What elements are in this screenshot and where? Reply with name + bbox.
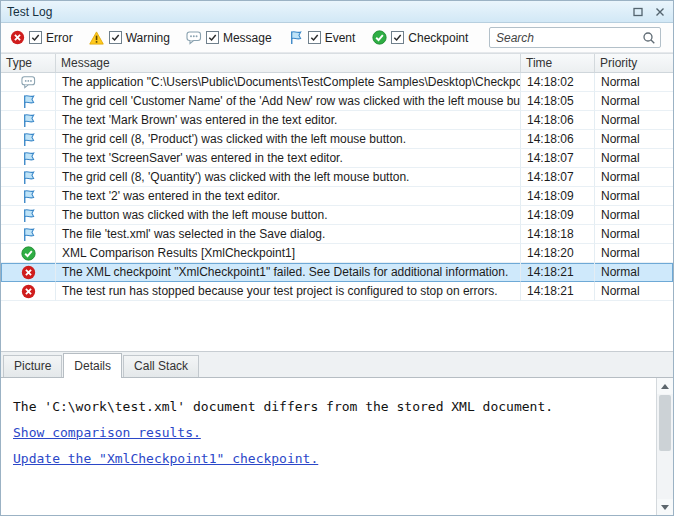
row-message: The text 'ScreenSaver' was entered in th… <box>56 149 521 168</box>
search-input[interactable] <box>496 31 642 45</box>
row-message: The grid cell (8, 'Product') was clicked… <box>56 130 521 149</box>
event-flag-icon <box>21 113 36 128</box>
arrow-down-icon <box>661 505 669 510</box>
filter-error-label: Error <box>46 31 73 45</box>
event-flag-icon <box>21 227 36 242</box>
row-message: The button was clicked with the left mou… <box>56 206 521 225</box>
filter-error: Error <box>9 30 73 45</box>
check-mark-icon <box>110 32 121 43</box>
row-type-cell <box>1 168 56 187</box>
row-type-cell <box>1 92 56 111</box>
details-scrollbar[interactable] <box>656 378 673 515</box>
row-time: 14:18:21 <box>521 263 595 282</box>
filter-error-checkbox[interactable] <box>29 31 42 44</box>
checkpoint-icon <box>21 246 36 261</box>
table-row[interactable]: The grid cell (8, 'Quantity') was clicke… <box>1 168 673 187</box>
check-mark-icon <box>309 32 320 43</box>
check-mark-icon <box>30 32 41 43</box>
warning-icon <box>89 30 105 45</box>
event-flag-icon <box>21 94 36 109</box>
column-header-message[interactable]: Message <box>56 54 521 72</box>
event-flag-icon <box>288 30 304 45</box>
row-time: 14:18:07 <box>521 168 595 187</box>
row-time: 14:18:05 <box>521 92 595 111</box>
row-priority: Normal <box>595 130 673 149</box>
row-time: 14:18:09 <box>521 206 595 225</box>
checkpoint-icon <box>371 30 387 45</box>
table-row[interactable]: The file 'test.xml' was selected in the … <box>1 225 673 244</box>
row-message: XML Comparison Results [XmlCheckpoint1] <box>56 244 521 263</box>
tab-call-stack[interactable]: Call Stack <box>123 355 199 377</box>
row-type-cell <box>1 111 56 130</box>
table-row[interactable]: The grid cell (8, 'Product') was clicked… <box>1 130 673 149</box>
update-checkpoint-link[interactable]: Update the "XmlCheckpoint1" checkpoint. <box>13 446 318 472</box>
check-mark-icon <box>207 32 218 43</box>
table-row[interactable]: The test run has stopped because your te… <box>1 282 673 301</box>
row-message: The grid cell (8, 'Quantity') was clicke… <box>56 168 521 187</box>
scroll-up-button[interactable] <box>657 378 673 394</box>
event-flag-icon <box>21 132 36 147</box>
row-priority: Normal <box>595 149 673 168</box>
error-icon <box>21 284 36 299</box>
filter-event-checkbox[interactable] <box>308 31 321 44</box>
column-header-time[interactable]: Time <box>521 54 595 72</box>
arrow-up-icon <box>661 384 669 389</box>
bottom-tab-strip: Picture Details Call Stack <box>1 351 673 377</box>
row-type-cell <box>1 130 56 149</box>
row-message: The file 'test.xml' was selected in the … <box>56 225 521 244</box>
search-box <box>489 27 661 48</box>
details-text: The 'C:\work\test.xml' document differs … <box>13 394 643 420</box>
table-row[interactable]: The grid cell 'Customer Name' of the 'Ad… <box>1 92 673 111</box>
filter-event: Event <box>288 30 356 45</box>
maximize-button[interactable] <box>631 5 645 19</box>
event-flag-icon <box>21 208 36 223</box>
filter-message-checkbox[interactable] <box>206 31 219 44</box>
row-message: The application "C:\Users\Public\Documen… <box>56 73 521 92</box>
column-header-type[interactable]: Type <box>1 54 56 72</box>
event-flag-icon <box>21 170 36 185</box>
tab-details[interactable]: Details <box>63 353 122 378</box>
row-priority: Normal <box>595 263 673 282</box>
message-icon <box>186 30 202 45</box>
filter-checkpoint-checkbox[interactable] <box>391 31 404 44</box>
row-type-cell <box>1 206 56 225</box>
table-row[interactable]: The text '2' was entered in the text edi… <box>1 187 673 206</box>
filter-warning-checkbox[interactable] <box>109 31 122 44</box>
row-priority: Normal <box>595 73 673 92</box>
row-message: The test run has stopped because your te… <box>56 282 521 301</box>
row-message: The grid cell 'Customer Name' of the 'Ad… <box>56 92 521 111</box>
filter-message-label: Message <box>223 31 272 45</box>
row-type-cell <box>1 187 56 206</box>
scrollbar-thumb[interactable] <box>659 395 671 451</box>
row-priority: Normal <box>595 168 673 187</box>
filter-warning-label: Warning <box>126 31 170 45</box>
check-mark-icon <box>392 32 403 43</box>
title-bar: Test Log <box>1 1 673 23</box>
filter-checkpoint: Checkpoint <box>371 30 468 45</box>
show-comparison-results-link[interactable]: Show comparison results. <box>13 420 201 446</box>
table-row[interactable]: The button was clicked with the left mou… <box>1 206 673 225</box>
test-log-window: Test Log Error <box>0 0 674 516</box>
row-type-cell <box>1 149 56 168</box>
row-message: The text '2' was entered in the text edi… <box>56 187 521 206</box>
row-priority: Normal <box>595 187 673 206</box>
row-time: 14:18:09 <box>521 187 595 206</box>
filter-event-label: Event <box>325 31 356 45</box>
error-icon <box>9 30 25 45</box>
filter-warning: Warning <box>89 30 170 45</box>
message-icon <box>21 75 36 90</box>
row-type-cell <box>1 244 56 263</box>
row-message: The text 'Mark Brown' was entered in the… <box>56 111 521 130</box>
table-row[interactable]: XML Comparison Results [XmlCheckpoint1] … <box>1 244 673 263</box>
scroll-down-button[interactable] <box>657 499 673 515</box>
column-header-priority[interactable]: Priority <box>595 54 673 72</box>
row-type-cell <box>1 225 56 244</box>
table-row[interactable]: The XML checkpoint "XmlCheckpoint1" fail… <box>1 263 673 282</box>
tab-picture[interactable]: Picture <box>3 355 62 377</box>
event-flag-icon <box>21 151 36 166</box>
table-row[interactable]: The application "C:\Users\Public\Documen… <box>1 73 673 92</box>
row-time: 14:18:20 <box>521 244 595 263</box>
table-row[interactable]: The text 'ScreenSaver' was entered in th… <box>1 149 673 168</box>
close-button[interactable] <box>653 5 667 19</box>
table-row[interactable]: The text 'Mark Brown' was entered in the… <box>1 111 673 130</box>
